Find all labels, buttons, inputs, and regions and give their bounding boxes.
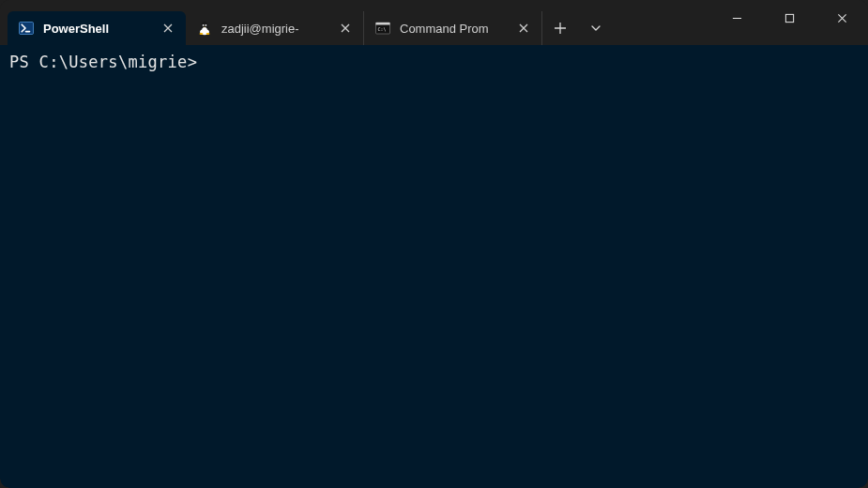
svg-point-9 [200,33,204,35]
close-window-button[interactable] [815,0,868,36]
terminal-pane[interactable]: PS C:\Users\migrie> [0,45,868,488]
svg-point-7 [203,25,204,26]
svg-rect-15 [785,14,793,22]
terminal-window: PowerShell [0,0,868,488]
tab-powershell[interactable]: PowerShell [8,11,186,45]
tab-label: Command Prom [400,22,506,36]
svg-text:C:\: C:\ [378,26,387,32]
new-tab-dropdown[interactable] [578,11,614,45]
svg-point-4 [202,27,207,34]
prompt-line: PS C:\Users\migrie> [9,53,859,71]
cmd-icon: C:\ [375,21,390,36]
tux-icon [197,21,212,36]
close-icon[interactable] [337,20,354,37]
close-icon[interactable] [160,20,176,37]
tab-label: zadjii@migrie- [221,22,327,36]
new-tab-group [542,11,614,45]
minimize-button[interactable] [710,0,763,36]
svg-point-8 [206,25,206,26]
powershell-icon [19,21,34,36]
svg-rect-0 [20,23,34,35]
new-tab-button[interactable] [542,11,578,45]
tab-label: PowerShell [43,22,150,36]
maximize-button[interactable] [763,0,815,36]
window-controls [710,0,868,41]
tab-wsl[interactable]: zadjii@migrie- [186,11,364,45]
titlebar: PowerShell [0,0,868,45]
close-icon[interactable] [515,20,532,37]
svg-rect-12 [376,23,390,25]
svg-point-10 [206,33,210,35]
tab-cmd[interactable]: C:\ Command Prom [364,11,542,45]
tab-strip: PowerShell [8,0,614,45]
